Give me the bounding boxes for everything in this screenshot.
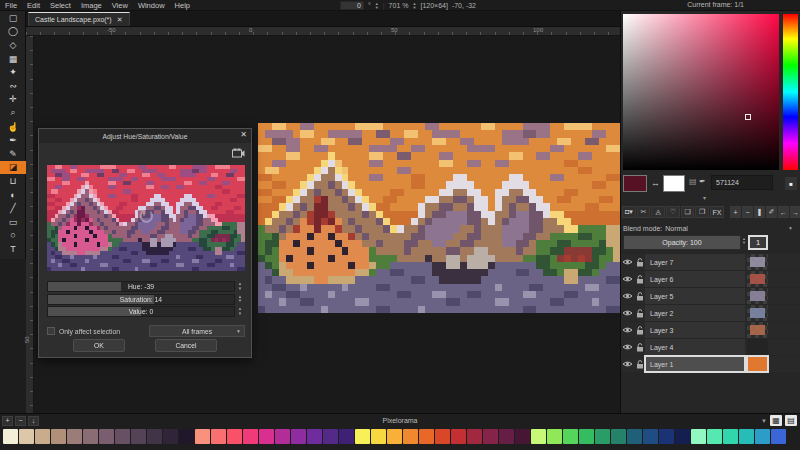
lock-icon[interactable] (634, 309, 645, 318)
lock-icon[interactable] (634, 275, 645, 284)
palette-swatch[interactable] (371, 429, 386, 444)
ok-button[interactable]: OK (73, 339, 125, 352)
palette-select-chevron-icon[interactable]: ▼ (761, 418, 767, 424)
layer-name[interactable]: Layer 1 (645, 356, 745, 372)
layer-row-layer-7[interactable]: Layer 7 (621, 254, 800, 270)
eye-icon[interactable] (621, 326, 634, 334)
palette-swatch[interactable] (179, 429, 194, 444)
eye-icon[interactable] (621, 292, 634, 300)
palette-swatch[interactable] (755, 429, 770, 444)
palette-swatch[interactable] (163, 429, 178, 444)
add-layer-button[interactable]: + (730, 206, 741, 218)
layer-row-layer-4[interactable]: Layer 4 (621, 339, 800, 355)
slider-track[interactable]: Hue: -39 (47, 281, 235, 292)
tab-castle-landscape[interactable]: Castle Landscape.pxo(*) ✕ (28, 12, 130, 26)
palette-swatch[interactable] (691, 429, 706, 444)
rotation-input[interactable]: 0 (340, 1, 364, 10)
palette-swatch[interactable] (435, 429, 450, 444)
move-layer-right-button[interactable]: → (790, 206, 800, 218)
palette-swatch[interactable] (51, 429, 66, 444)
zoom-stepper[interactable]: ▲▼ (412, 2, 416, 9)
palette-swatch[interactable] (723, 429, 738, 444)
palette-swatch[interactable] (307, 429, 322, 444)
lock-icon[interactable] (634, 292, 645, 301)
palette-swatch[interactable] (83, 429, 98, 444)
palette-name[interactable]: Pixelorama (0, 417, 800, 424)
layer-row-layer-5[interactable]: Layer 5 (621, 288, 800, 304)
tool-bucket[interactable]: ⊔ (0, 174, 26, 188)
slider-track[interactable]: Value: 0 (47, 306, 235, 317)
tool-magic-wand[interactable]: ✦ (0, 65, 26, 79)
palette-swatch[interactable] (611, 429, 626, 444)
layer-name[interactable]: Layer 3 (645, 322, 745, 338)
layer-lock-button[interactable]: ◘▾ (622, 206, 636, 218)
frames-dropdown[interactable]: All frames ▼ (149, 325, 245, 337)
palette-swatch[interactable] (499, 429, 514, 444)
blend-mode-row[interactable]: Blend mode: Normal ▼ (623, 222, 799, 234)
palette-swatch[interactable] (339, 429, 354, 444)
palette-swatch[interactable] (419, 429, 434, 444)
palette-swatch[interactable] (259, 429, 274, 444)
palette-swatch[interactable] (355, 429, 370, 444)
palette-swatch[interactable] (227, 429, 242, 444)
palette-swatch[interactable] (35, 429, 50, 444)
default-colors-icon[interactable]: ▤ (689, 177, 697, 186)
palette-swatch[interactable] (563, 429, 578, 444)
opacity-slider[interactable]: Opacity: 100 (623, 235, 741, 250)
slider-track[interactable]: Saturation: 14 (47, 294, 235, 305)
hue-slider[interactable] (783, 14, 798, 170)
menu-view[interactable]: View (107, 1, 133, 10)
tool-rectangle[interactable]: ▭ (0, 215, 26, 229)
lock-icon[interactable] (634, 360, 645, 369)
eye-icon[interactable] (621, 343, 634, 351)
palette-swatch[interactable] (403, 429, 418, 444)
frame-1-button[interactable]: 1 (748, 235, 768, 250)
palette-swatch[interactable] (387, 429, 402, 444)
paste-cel-button[interactable]: ❐ (695, 206, 709, 218)
layer-cel-thumbnail[interactable] (747, 322, 768, 338)
dialog-titlebar[interactable]: Adjust Hue/Saturation/Value ✕ (39, 129, 251, 143)
palette-swatch[interactable] (531, 429, 546, 444)
tool-move[interactable]: ✛ (0, 93, 26, 107)
slider-hue[interactable]: Hue: -39▲▼ (47, 281, 245, 292)
only-affect-selection-checkbox[interactable] (47, 327, 55, 335)
palette-swatch[interactable] (627, 429, 642, 444)
palette-swatch[interactable] (643, 429, 658, 444)
palette-swatch[interactable] (291, 429, 306, 444)
palette-swatch[interactable] (19, 429, 34, 444)
tool-eraser[interactable]: ◪ (0, 161, 26, 175)
layer-cel-thumbnail[interactable] (747, 271, 768, 287)
eye-icon[interactable] (621, 360, 634, 368)
tab-close-icon[interactable]: ✕ (117, 16, 123, 24)
canvas-viewport[interactable]: Adjust Hue/Saturation/Value ✕ ↻ Hue: -39… (34, 36, 620, 413)
opacity-stepper[interactable]: ▲▼ (742, 237, 746, 244)
palette-swatch[interactable] (323, 429, 338, 444)
layer-row-layer-6[interactable]: Layer 6 (621, 271, 800, 287)
tool-ellipse-select[interactable]: ◯ (0, 25, 26, 39)
palette-swatch[interactable] (467, 429, 482, 444)
palette-option-icon-2[interactable]: ▤ (785, 415, 797, 426)
picker-collapse-chevron-icon[interactable]: ▾ (703, 194, 706, 201)
hex-color-input[interactable]: 571124 (711, 175, 773, 190)
tool-lasso[interactable]: ∾ (0, 79, 26, 93)
palette-swatch[interactable] (675, 429, 690, 444)
layer-cel-thumbnail[interactable] (747, 288, 768, 304)
layer-row-layer-2[interactable]: Layer 2 (621, 305, 800, 321)
cel-protect-button[interactable]: ♡ (666, 206, 680, 218)
palette-swatch[interactable] (451, 429, 466, 444)
palette-swatch[interactable] (547, 429, 562, 444)
layer-cel-thumbnail[interactable] (747, 356, 768, 372)
unlink-cels-button[interactable]: ✂ (637, 206, 651, 218)
cancel-button[interactable]: Cancel (155, 339, 217, 352)
menu-help[interactable]: Help (170, 1, 195, 10)
slider-stepper[interactable]: ▲▼ (235, 306, 245, 317)
tool-pencil[interactable]: ✎ (0, 147, 26, 161)
slider-stepper[interactable]: ▲▼ (235, 294, 245, 305)
lock-icon[interactable] (634, 343, 645, 352)
swap-colors-icon[interactable]: ↔ (651, 178, 660, 188)
layer-name[interactable]: Layer 7 (645, 254, 745, 270)
palette-swatch[interactable] (243, 429, 258, 444)
palette-swatch[interactable] (115, 429, 130, 444)
tool-ellipse[interactable]: ○ (0, 229, 26, 243)
tool-line[interactable]: ╱ (0, 201, 26, 215)
